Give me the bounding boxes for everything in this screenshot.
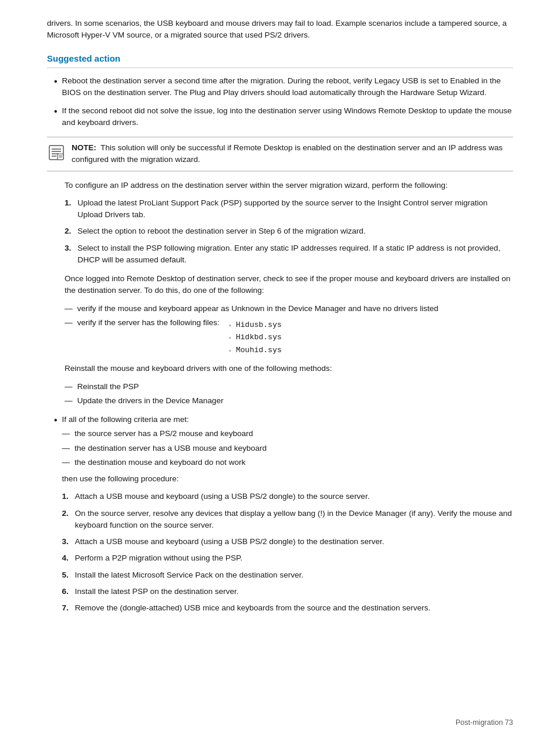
list-item: Reboot the destination server a second t… (47, 75, 513, 99)
bullet3-text: If all of the following criteria are met… (62, 415, 189, 424)
top-bullet-list: Reboot the destination server a second t… (47, 75, 513, 129)
sub-file-item: Hidusb.sys (220, 319, 282, 331)
procedure-steps: 1.Attach a USB mouse and keyboard (using… (62, 491, 513, 614)
note-icon (47, 143, 66, 162)
procedure-step: 5.Install the latest Microsoft Service P… (62, 569, 513, 581)
note-content: NOTE: This solution will only be success… (72, 142, 513, 166)
list-item: 3.Select to install the PSP following mi… (65, 242, 513, 266)
criteria-item: the source server has a PS/2 mouse and k… (62, 428, 513, 440)
footer: Post-migration 73 (456, 717, 513, 728)
criteria-item: the destination mouse and keyboard do no… (62, 457, 513, 468)
list-item-3: If all of the following criteria are met… (47, 414, 513, 621)
bullet3-list: If all of the following criteria are met… (47, 414, 513, 621)
procedure-step: 4.Perform a P2P migration without using … (62, 552, 513, 564)
list-item: 1.Upload the latest ProLiant Support Pac… (65, 197, 513, 221)
dash-item: verify if the server has the following f… (65, 317, 513, 360)
note-label: NOTE: (72, 143, 96, 152)
criteria-list: the source server has a PS/2 mouse and k… (62, 428, 513, 468)
then-text: then use the following procedure: (62, 473, 513, 485)
reinstall-item: Reinstall the PSP (65, 381, 513, 393)
list-item: If the second reboot did not solve the i… (47, 105, 513, 129)
sub-file-list: Hidusb.sysHidkbd.sysMouhid.sys (220, 319, 282, 357)
procedure-step: 7.Remove the (dongle-attached) USB mice … (62, 602, 513, 614)
once-logged-text: Once logged into Remote Desktop of desti… (65, 273, 513, 297)
sub-file-item: Mouhid.sys (220, 345, 282, 356)
procedure-step: 2.On the source server, resolve any devi… (62, 508, 513, 532)
note-box: NOTE: This solution will only be success… (47, 137, 513, 171)
list-item: 2.Select the option to reboot the destin… (65, 225, 513, 237)
dash-item: verify if the mouse and keyboard appear … (65, 303, 513, 315)
sub-file-item: Hidkbd.sys (220, 332, 282, 343)
configure-intro: To configure an IP address on the destin… (65, 180, 513, 191)
intro-paragraph: drivers. In some scenarios, the USB keyb… (47, 18, 513, 42)
criteria-item: the destination server has a USB mouse a… (62, 443, 513, 454)
procedure-step: 1.Attach a USB mouse and keyboard (using… (62, 491, 513, 502)
section-title: Suggested action (47, 52, 513, 69)
dash-list: verify if the mouse and keyboard appear … (65, 303, 513, 360)
page: drivers. In some scenarios, the USB keyb… (0, 0, 560, 746)
reinstall-intro: Reinstall the mouse and keyboard drivers… (65, 363, 513, 374)
configure-steps: 1.Upload the latest ProLiant Support Pac… (65, 197, 513, 266)
configure-block: To configure an IP address on the destin… (47, 180, 513, 407)
reinstall-item: Update the drivers in the Device Manager (65, 395, 513, 407)
procedure-step: 6.Install the latest PSP on the destinat… (62, 586, 513, 598)
reinstall-list: Reinstall the PSPUpdate the drivers in t… (65, 381, 513, 407)
procedure-step: 3.Attach a USB mouse and keyboard (using… (62, 536, 513, 548)
